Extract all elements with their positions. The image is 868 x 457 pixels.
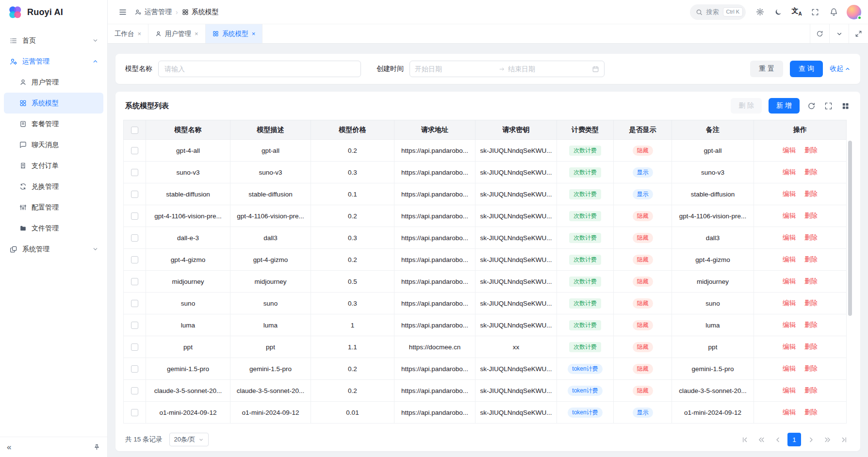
delete-link[interactable]: 删除: [804, 256, 818, 263]
fullscreen-button[interactable]: [807, 4, 823, 20]
row-checkbox[interactable]: [131, 191, 138, 198]
grid-icon: [182, 9, 189, 16]
sidebar-group-system[interactable]: 系统管理: [4, 239, 103, 260]
edit-link[interactable]: 编辑: [783, 343, 796, 350]
add-button[interactable]: 新 增: [769, 98, 800, 114]
dark-mode-button[interactable]: [770, 4, 786, 20]
delete-link[interactable]: 删除: [804, 212, 818, 219]
edit-link[interactable]: 编辑: [783, 277, 796, 285]
edit-link[interactable]: 编辑: [783, 299, 796, 307]
refresh-table-button[interactable]: [806, 101, 817, 111]
edit-link[interactable]: 编辑: [783, 408, 796, 416]
close-icon[interactable]: ×: [138, 31, 142, 37]
tab-actions-dropdown[interactable]: [829, 24, 849, 43]
date-end-input[interactable]: [508, 65, 589, 73]
row-checkbox[interactable]: [131, 147, 138, 154]
sidebar-item-chat-messages[interactable]: 聊天消息: [4, 134, 103, 155]
breadcrumb-item-operations[interactable]: 运营管理: [135, 8, 172, 16]
sidebar-item-config-management[interactable]: 配置管理: [4, 197, 103, 218]
delete-link[interactable]: 删除: [804, 387, 818, 394]
delete-link[interactable]: 删除: [804, 168, 818, 176]
pin-icon[interactable]: [93, 443, 100, 451]
request-key-cell: xx: [475, 336, 557, 358]
reset-button[interactable]: 重 置: [750, 61, 783, 77]
refresh-page-button[interactable]: [810, 24, 829, 43]
delete-link[interactable]: 删除: [804, 147, 818, 154]
column-settings-button[interactable]: [840, 101, 851, 111]
maximize-content-button[interactable]: [849, 24, 868, 43]
date-start-input[interactable]: [415, 65, 496, 73]
sidebar-item-payment-orders[interactable]: 支付订单: [4, 155, 103, 176]
edit-link[interactable]: 编辑: [783, 168, 796, 176]
delete-link[interactable]: 删除: [804, 277, 818, 285]
row-checkbox[interactable]: [131, 343, 138, 351]
language-button[interactable]: 文A: [788, 4, 805, 20]
grid-icon: [19, 99, 27, 107]
next-page-button[interactable]: [804, 433, 818, 446]
edit-link[interactable]: 编辑: [783, 365, 796, 372]
row-checkbox[interactable]: [131, 212, 138, 220]
sidebar-collapse-button[interactable]: «: [7, 443, 11, 451]
row-checkbox[interactable]: [131, 322, 138, 329]
row-checkbox[interactable]: [131, 300, 138, 307]
menu-toggle-button[interactable]: [115, 4, 131, 20]
edit-link[interactable]: 编辑: [783, 234, 796, 241]
collapse-filter-link[interactable]: 收起: [830, 65, 851, 73]
delete-link[interactable]: 删除: [804, 299, 818, 307]
model-name-input[interactable]: [158, 61, 361, 77]
batch-delete-button[interactable]: 删 除: [731, 98, 762, 114]
close-icon[interactable]: ×: [195, 31, 198, 37]
edit-link[interactable]: 编辑: [783, 147, 796, 154]
delete-link[interactable]: 删除: [804, 365, 818, 372]
request-url-cell: https://api.pandarobo...: [394, 183, 475, 205]
row-checkbox[interactable]: [131, 234, 138, 242]
delete-link[interactable]: 删除: [804, 343, 818, 350]
edit-link[interactable]: 编辑: [783, 212, 796, 219]
sidebar-item-user-management[interactable]: 用户管理: [4, 72, 103, 93]
row-checkbox[interactable]: [131, 409, 138, 416]
delete-link[interactable]: 删除: [804, 321, 818, 328]
table-fullscreen-button[interactable]: [823, 101, 834, 111]
settings-button[interactable]: [752, 4, 768, 20]
row-checkbox[interactable]: [131, 387, 138, 394]
global-search[interactable]: 搜索 Ctrl K: [690, 4, 746, 20]
forward-ten-pages-button[interactable]: [820, 433, 834, 446]
row-select-cell: [124, 140, 146, 162]
column-header: 模型价格: [311, 120, 394, 140]
tab-workbench[interactable]: 工作台 ×: [108, 24, 148, 43]
edit-link[interactable]: 编辑: [783, 190, 796, 197]
last-page-button[interactable]: [837, 433, 851, 446]
previous-page-button[interactable]: [771, 433, 785, 446]
close-icon[interactable]: ×: [252, 31, 256, 37]
row-checkbox[interactable]: [131, 169, 138, 176]
billing-type-cell: 次数计费: [557, 271, 614, 293]
row-checkbox[interactable]: [131, 256, 138, 263]
row-checkbox[interactable]: [131, 365, 138, 373]
edit-link[interactable]: 编辑: [783, 321, 796, 328]
row-checkbox[interactable]: [131, 278, 138, 285]
tab-user-management[interactable]: 用户管理 ×: [148, 24, 206, 43]
breadcrumb-item-system-model[interactable]: 系统模型: [182, 8, 219, 16]
page-size-select[interactable]: 20条/页: [169, 433, 209, 446]
select-all-checkbox[interactable]: [131, 127, 138, 134]
sidebar-item-file-management[interactable]: 文件管理: [4, 218, 103, 239]
delete-link[interactable]: 删除: [804, 190, 818, 197]
table-scrollbar-thumb[interactable]: [848, 141, 852, 316]
edit-link[interactable]: 编辑: [783, 256, 796, 263]
edit-link[interactable]: 编辑: [783, 387, 796, 394]
delete-link[interactable]: 删除: [804, 234, 818, 241]
delete-link[interactable]: 删除: [804, 408, 818, 416]
sidebar-item-home[interactable]: 首页: [4, 30, 103, 51]
back-ten-pages-button[interactable]: [754, 433, 768, 446]
avatar[interactable]: [847, 5, 861, 19]
notifications-button[interactable]: [825, 4, 842, 20]
sidebar-item-package-management[interactable]: 套餐管理: [4, 114, 103, 134]
current-page-button[interactable]: 1: [787, 433, 801, 446]
tab-system-model[interactable]: 系统模型 ×: [206, 24, 263, 43]
create-time-range-picker[interactable]: [409, 61, 605, 77]
sidebar-group-operations[interactable]: 运营管理: [4, 51, 103, 72]
sidebar-item-exchange-management[interactable]: 兑换管理: [4, 176, 103, 197]
query-button[interactable]: 查 询: [790, 61, 823, 77]
first-page-button[interactable]: [738, 433, 752, 446]
sidebar-item-system-model[interactable]: 系统模型: [4, 93, 103, 114]
